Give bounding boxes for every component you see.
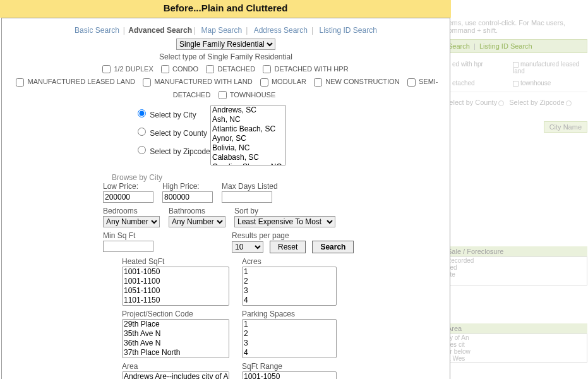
- area-list[interactable]: Andrews Are--includes city of An Aynor A…: [122, 371, 229, 379]
- ghost-city-name-btn: City Name: [544, 121, 587, 133]
- banner-title: Before...Plain and Cluttered: [164, 3, 288, 13]
- ghost-nav: Search | Listing ID Search: [445, 39, 587, 53]
- chk-detached-hpr[interactable]: [263, 65, 271, 73]
- city-list[interactable]: Andrews, SC Ash, NC Atlantic Beach, SC A…: [210, 105, 286, 165]
- nav-address[interactable]: Address Search: [251, 26, 310, 35]
- high-price-label: High Price:: [162, 182, 213, 191]
- ghost-area-label: Area: [445, 323, 587, 334]
- minsqft-label: Min Sq Ft: [103, 231, 153, 240]
- chk-mfg-land[interactable]: [143, 78, 151, 87]
- parking-spaces-list[interactable]: 1 2 3 4: [242, 319, 337, 358]
- project-list[interactable]: 29th Place 35th Ave N 36th Ave N 37th Pl…: [122, 319, 229, 358]
- low-price-input[interactable]: [103, 191, 153, 203]
- ghost-sale-list: Recorded ded ate: [445, 256, 587, 286]
- search-panel: Basic Search| Advanced Search| Map Searc…: [1, 18, 450, 379]
- subheader: Select type of Single Family Residential: [2, 52, 450, 61]
- browse-by-city-link[interactable]: Browse by City: [112, 173, 450, 182]
- radio-city[interactable]: [138, 109, 146, 117]
- minsqft-input[interactable]: [103, 241, 153, 252]
- nav-basic[interactable]: Basic Search: [72, 26, 122, 35]
- results-select[interactable]: 10: [232, 241, 263, 253]
- nav-map[interactable]: Map Search: [198, 26, 244, 35]
- max-days-input[interactable]: [222, 191, 272, 203]
- chk-half-duplex[interactable]: [102, 65, 111, 73]
- chk-townhouse[interactable]: [219, 91, 227, 99]
- reset-button[interactable]: Reset: [270, 241, 306, 253]
- parking-spaces-label: Parking Spaces: [242, 310, 343, 318]
- sortby-label: Sort by: [234, 207, 335, 215]
- nav-advanced[interactable]: Advanced Search: [128, 26, 192, 35]
- ghost-sale-label: Sale / Foreclosure: [445, 246, 587, 256]
- bathrooms-select[interactable]: Any Number: [169, 216, 225, 227]
- heated-sqft-list[interactable]: 1001-1050 1001-1100 1051-1100 1101-1150: [122, 267, 229, 306]
- results-label: Results per page: [232, 231, 354, 240]
- ghost-hint: items, use control-click. For Mac users,…: [445, 19, 587, 34]
- property-type-select[interactable]: Single Family Residential: [176, 39, 275, 50]
- ghost-radio-row: Select by County Select by Zipcode: [445, 99, 587, 106]
- chk-detached[interactable]: [206, 65, 214, 73]
- ghost-area-list: ity of An des cit or below & Wes: [445, 334, 587, 363]
- sqft-range-list[interactable]: 1001-1050 1001-1100 1051-1100 1101-1150: [242, 371, 337, 379]
- bedrooms-label: Bedrooms: [103, 207, 160, 215]
- before-banner: Before...Plain and Cluttered: [0, 0, 451, 18]
- chk-condo[interactable]: [161, 65, 169, 73]
- background-panel: items, use control-click. For Mac users,…: [445, 19, 587, 366]
- bathrooms-label: Bathrooms: [169, 207, 225, 215]
- chk-mfg-leased[interactable]: [16, 78, 24, 87]
- acres-list[interactable]: 1 2 3 4: [242, 267, 337, 306]
- bedrooms-select[interactable]: Any Number: [103, 216, 160, 227]
- sqft-range-label: SqFt Range: [242, 362, 343, 371]
- high-price-input[interactable]: [162, 191, 213, 203]
- chk-modular[interactable]: [260, 78, 268, 87]
- type-checkboxes: 1/2 DUPLEX CONDO DETACHED DETACHED WITH …: [2, 63, 450, 101]
- acres-label: Acres: [242, 257, 343, 266]
- radio-county[interactable]: [138, 128, 146, 136]
- sortby-select[interactable]: Least Expensive To Most: [234, 216, 335, 227]
- search-button[interactable]: Search: [312, 241, 354, 253]
- heated-sqft-label: Heated SqFt: [122, 257, 242, 266]
- chk-semi[interactable]: [407, 78, 416, 87]
- chk-new-const[interactable]: [314, 78, 322, 87]
- project-label: Project/Section Code: [122, 310, 242, 318]
- nav-listing[interactable]: Listing ID Search: [317, 26, 380, 35]
- max-days-label: Max Days Listed: [222, 182, 278, 191]
- search-nav: Basic Search| Advanced Search| Map Searc…: [2, 26, 450, 35]
- radio-zip[interactable]: [138, 146, 146, 154]
- low-price-label: Low Price:: [103, 182, 153, 191]
- area-label: Area: [122, 362, 242, 371]
